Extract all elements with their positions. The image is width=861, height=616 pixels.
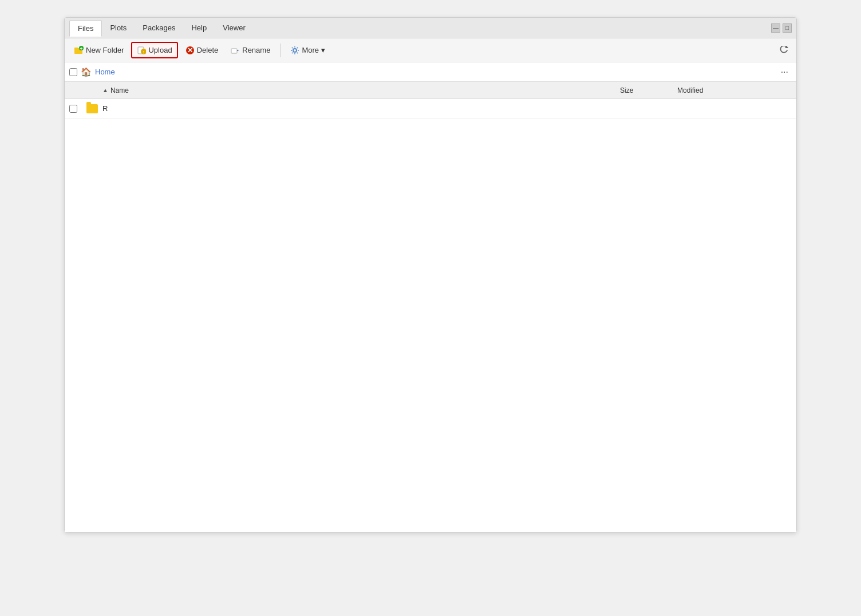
rename-label: Rename (242, 46, 270, 54)
tab-packages[interactable]: Packages (135, 20, 183, 35)
delete-label: Delete (197, 46, 219, 54)
more-label: More (302, 46, 319, 54)
col-name-sort-arrow: ▲ (102, 87, 108, 93)
col-name-label: Name (110, 86, 129, 94)
upload-label: Upload (148, 46, 172, 54)
tab-bar: Files Plots Packages Help Viewer — □ (65, 18, 796, 38)
svg-line-18 (297, 48, 298, 48)
select-all-checkbox[interactable] (69, 68, 77, 76)
delete-icon: ✕ (185, 45, 195, 55)
home-icon: 🏠 (81, 67, 92, 77)
more-dropdown-arrow: ▾ (321, 46, 325, 54)
new-folder-label: New Folder (86, 46, 124, 54)
more-gear-icon (290, 45, 299, 55)
svg-line-16 (292, 48, 293, 48)
col-size-header[interactable]: Size (620, 86, 677, 94)
delete-button[interactable]: ✕ Delete (180, 42, 224, 58)
svg-rect-1 (74, 48, 78, 49)
upload-button[interactable]: ↑ Upload (131, 42, 177, 58)
rename-icon (231, 45, 240, 55)
svg-point-11 (293, 49, 297, 52)
file-list: R (65, 99, 796, 532)
column-headers: ▲ Name Size Modified (65, 82, 796, 99)
tab-viewer[interactable]: Viewer (215, 20, 254, 35)
row-name-cell: R (102, 104, 620, 113)
tab-help[interactable]: Help (183, 20, 215, 35)
col-modified-header[interactable]: Modified (677, 86, 792, 94)
more-button[interactable]: More ▾ (285, 42, 330, 58)
maximize-button[interactable]: □ (783, 23, 792, 33)
table-row[interactable]: R (65, 99, 796, 119)
row-icon-cell (86, 104, 102, 113)
breadcrumb-bar: 🏠 Home ··· (65, 62, 796, 82)
row-checkbox[interactable] (69, 105, 77, 113)
minimize-button[interactable]: — (771, 23, 780, 33)
row-checkbox-cell (69, 105, 86, 113)
col-name-header[interactable]: ▲ Name (102, 86, 620, 94)
toolbar-separator (280, 44, 281, 57)
new-folder-button[interactable]: + New Folder (69, 42, 129, 58)
svg-text:✕: ✕ (187, 46, 193, 54)
tab-plots[interactable]: Plots (102, 20, 135, 35)
refresh-button[interactable] (776, 42, 792, 58)
home-breadcrumb[interactable]: Home (95, 68, 115, 76)
folder-icon (86, 104, 98, 113)
refresh-icon (779, 46, 788, 55)
svg-marker-10 (237, 50, 239, 51)
toolbar: + New Folder ↑ Upload (65, 38, 796, 62)
svg-line-17 (297, 52, 298, 53)
breadcrumb-menu-button[interactable]: ··· (777, 66, 792, 78)
rename-button[interactable]: Rename (226, 42, 275, 58)
window-controls: — □ (771, 23, 792, 33)
upload-icon: ↑ (137, 45, 146, 55)
svg-line-19 (292, 52, 293, 53)
tab-files[interactable]: Files (69, 20, 102, 37)
svg-text:+: + (80, 46, 82, 52)
svg-text:↑: ↑ (143, 49, 145, 55)
main-panel: Files Plots Packages Help Viewer — □ + N… (64, 17, 797, 532)
svg-rect-9 (231, 49, 237, 53)
new-folder-icon: + (74, 45, 84, 55)
